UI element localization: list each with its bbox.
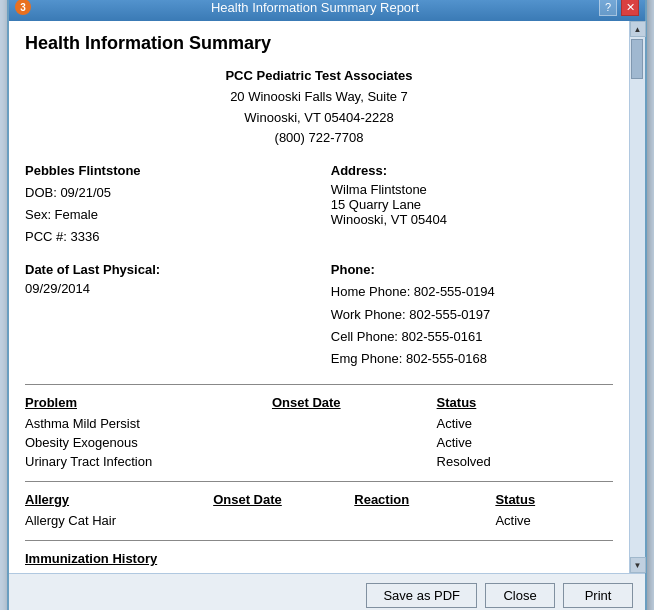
address-label: Address: [331, 163, 613, 178]
physical-section: Date of Last Physical: 09/29/2014 Phone:… [25, 262, 613, 369]
print-button[interactable]: Print [563, 583, 633, 608]
problems-table: Problem Onset Date Status Asthma Mild Pe… [25, 395, 613, 471]
scroll-thumb[interactable] [631, 39, 643, 79]
window: 3 Health Information Summary Report ? ✕ … [7, 0, 647, 610]
title-bar-controls: ? ✕ [599, 0, 639, 16]
problems-status-header: Status [437, 395, 613, 414]
divider-1 [25, 384, 613, 385]
problem-name: Obesity Exogenous [25, 433, 272, 452]
work-phone: Work Phone: 802-555-0197 [331, 304, 613, 326]
problem-onset [272, 433, 437, 452]
page-title: Health Information Summary [25, 33, 613, 54]
address-street: 15 Quarry Lane [331, 197, 613, 212]
close-window-button[interactable]: ✕ [621, 0, 639, 16]
divider-3 [25, 540, 613, 541]
help-button[interactable]: ? [599, 0, 617, 16]
scrollbar[interactable]: ▲ ▼ [629, 21, 645, 573]
patient-info: Pebbles Flintstone DOB: 09/21/05 Sex: Fe… [25, 163, 307, 248]
immunization-section: Immunization History [25, 551, 613, 572]
home-phone: Home Phone: 802-555-0194 [331, 281, 613, 303]
allergy-reaction-header: Reaction [354, 492, 495, 511]
patient-name: Pebbles Flintstone [25, 163, 307, 178]
allergy-onset [213, 511, 354, 530]
allergy-status: Active [495, 511, 613, 530]
save-pdf-button[interactable]: Save as PDF [366, 583, 477, 608]
clinic-name: PCC Pediatric Test Associates [25, 66, 613, 87]
problem-onset [272, 452, 437, 471]
allergy-reaction [354, 511, 495, 530]
app-icon: 3 [15, 0, 31, 15]
address-name: Wilma Flintstone [331, 182, 613, 197]
scroll-up-button[interactable]: ▲ [630, 21, 646, 37]
close-button[interactable]: Close [485, 583, 555, 608]
immunization-header: Immunization History [25, 551, 157, 566]
scroll-down-button[interactable]: ▼ [630, 557, 646, 573]
window-body: Health Information Summary PCC Pediatric… [9, 21, 645, 573]
physical-info: Date of Last Physical: 09/29/2014 [25, 262, 307, 369]
table-row: Obesity Exogenous Active [25, 433, 613, 452]
content-area: Health Information Summary PCC Pediatric… [9, 21, 629, 573]
table-row: Allergy Cat Hair Active [25, 511, 613, 530]
allergy-onset-header: Onset Date [213, 492, 354, 511]
divider-2 [25, 481, 613, 482]
physical-date: 09/29/2014 [25, 281, 307, 296]
allergy-status-header: Status [495, 492, 613, 511]
address-info: Address: Wilma Flintstone 15 Quarry Lane… [331, 163, 613, 248]
problem-onset [272, 414, 437, 433]
problem-status: Active [437, 414, 613, 433]
problem-status: Resolved [437, 452, 613, 471]
physical-label: Date of Last Physical: [25, 262, 307, 277]
title-bar-left: 3 [15, 0, 31, 15]
clinic-info: PCC Pediatric Test Associates 20 Winoosk… [25, 66, 613, 149]
clinic-phone: (800) 722-7708 [25, 128, 613, 149]
patient-dob: DOB: 09/21/05 [25, 182, 307, 204]
problems-onset-header: Onset Date [272, 395, 437, 414]
phone-info: Phone: Home Phone: 802-555-0194 Work Pho… [331, 262, 613, 369]
table-row: Urinary Tract Infection Resolved [25, 452, 613, 471]
title-bar: 3 Health Information Summary Report ? ✕ [9, 0, 645, 21]
footer-bar: Save as PDF Close Print [9, 573, 645, 610]
clinic-address2: Winooski, VT 05404-2228 [25, 108, 613, 129]
window-title: Health Information Summary Report [31, 0, 599, 15]
scroll-track [631, 39, 645, 555]
allergy-name: Allergy Cat Hair [25, 511, 213, 530]
cell-phone: Cell Phone: 802-555-0161 [331, 326, 613, 348]
problem-status: Active [437, 433, 613, 452]
problem-name: Urinary Tract Infection [25, 452, 272, 471]
phone-label: Phone: [331, 262, 613, 277]
patient-sex: Sex: Female [25, 204, 307, 226]
allergies-table: Allergy Onset Date Reaction Status Aller… [25, 492, 613, 530]
clinic-address1: 20 Winooski Falls Way, Suite 7 [25, 87, 613, 108]
patient-pcc: PCC #: 3336 [25, 226, 307, 248]
patient-section: Pebbles Flintstone DOB: 09/21/05 Sex: Fe… [25, 163, 613, 248]
emg-phone: Emg Phone: 802-555-0168 [331, 348, 613, 370]
allergy-col-header: Allergy [25, 492, 213, 511]
address-city: Winooski, VT 05404 [331, 212, 613, 227]
problem-name: Asthma Mild Persist [25, 414, 272, 433]
table-row: Asthma Mild Persist Active [25, 414, 613, 433]
problems-col-header: Problem [25, 395, 272, 414]
